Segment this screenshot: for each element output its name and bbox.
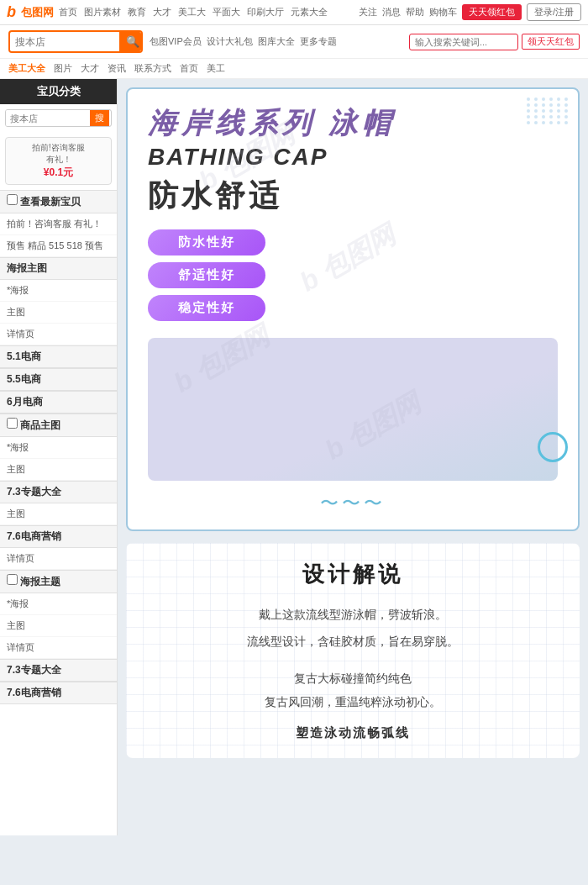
sidebar-item-7[interactable]: 主图 [0, 459, 117, 481]
product-image-area [148, 338, 558, 481]
feature-tags-list: 防水性好 舒适性好 稳定性好 [148, 229, 265, 321]
product-title-en: BATHING CAP [148, 140, 558, 173]
sidebar-search-button[interactable]: 搜 [90, 110, 109, 126]
product-banner-card: b 包图网 b 包图网 b 包图网 b 包图网 海岸线系列 泳帽 BATHING… [126, 87, 580, 531]
sidebar-section-10: 7.3专题大全 [0, 659, 117, 682]
watermark-2: b 包图网 [293, 217, 402, 301]
design-para-2: 流线型设计，含硅胶材质，旨在易穿脱。 [146, 630, 559, 653]
sidebar-section-11: 7.6电商营销 [0, 682, 117, 704]
sidebar-item-10[interactable]: *海报 [0, 593, 117, 615]
nav-links: 首页 图片素材 教育 大才 美工大 平面大 印刷大厅 元素大全 [59, 6, 328, 18]
sidebar-section-8: 7.6电商营销 [0, 525, 117, 548]
content-area: b 包图网 b 包图网 b 包图网 b 包图网 海岸线系列 泳帽 BATHING… [118, 79, 588, 835]
product-subtitle-zh: 防水舒适 [148, 176, 558, 216]
section-checkbox-3[interactable] [7, 574, 18, 585]
product-title-zh: 海岸线系列 泳帽 [148, 106, 558, 140]
promo-item-4[interactable]: 资讯 [108, 62, 126, 75]
design-para-1: 戴上这款流线型游泳帽，劈波斩浪。 [146, 603, 559, 626]
nav-link-7[interactable]: 元素大全 [291, 6, 328, 18]
sidebar-item-2[interactable]: 预售 精品 515 518 预售 [0, 235, 117, 257]
sidebar-section-9: 海报主题 [0, 570, 117, 593]
nav-link-3[interactable]: 大才 [153, 6, 171, 18]
design-paragraphs: 戴上这款流线型游泳帽，劈波斩浪。 流线型设计，含硅胶材质，旨在易穿脱。 [146, 603, 559, 653]
sidebar-section-6: 商品主图 [0, 414, 117, 437]
circle-decoration [538, 432, 568, 462]
top-navigation: b 包图网 首页 图片素材 教育 大才 美工大 平面大 印刷大厅 元素大全 关注… [0, 0, 588, 25]
sidebar-search: 搜 [0, 104, 117, 132]
sidebar-search-input[interactable] [6, 110, 90, 126]
design-description-section: 设计解说 戴上这款流线型游泳帽，劈波斩浪。 流线型设计，含硅胶材质，旨在易穿脱。… [126, 543, 580, 758]
nav-link-home[interactable]: 首页 [59, 6, 77, 18]
promo-item-7[interactable]: 美工 [207, 62, 225, 75]
sidebar-item-11[interactable]: 主图 [0, 615, 117, 637]
nav-cart[interactable]: 购物车 [429, 6, 457, 18]
sidebar-item-9[interactable]: 详情页 [0, 548, 117, 570]
logo-name: 包图网 [21, 5, 54, 20]
sidebar-promo-card[interactable]: 拍前!咨询客服 有礼！ ¥0.1元 [5, 137, 112, 185]
feature-tag-1: 防水性好 [148, 229, 265, 255]
search-input[interactable] [10, 34, 119, 50]
nav-link-6[interactable]: 印刷大厅 [247, 6, 284, 18]
nav-right: 关注 消息 帮助 购物车 天天领红包 登录/注册 [359, 3, 581, 21]
logo-symbol: b [7, 3, 16, 21]
feature-tag-2: 舒适性好 [148, 262, 265, 288]
nav-link-5[interactable]: 平面大 [213, 6, 240, 18]
promo-card-price: ¥0.1元 [10, 166, 107, 180]
search-bar-row: 🔍 包图VIP会员 设计大礼包 图库大全 更多专题 领天天红包 [0, 25, 588, 59]
sidebar-section-3: 5.1电商 [0, 345, 117, 368]
sidebar-section-7: 7.3专题大全 [0, 481, 117, 503]
nav-left: b 包图网 首页 图片素材 教育 大才 美工大 平面大 印刷大厅 元素大全 [7, 3, 328, 21]
promo-navigation: 美工大全 图片 大才 资讯 联系方式 首页 美工 [0, 59, 588, 79]
design-highlight-1: 复古大标碰撞简约纯色 [146, 666, 559, 690]
main-layout: 宝贝分类 搜 拍前!咨询客服 有礼！ ¥0.1元 查看最新宝贝 拍前！咨询客服 … [0, 79, 588, 835]
sidebar-item-12[interactable]: 详情页 [0, 637, 117, 659]
dot-pattern-decoration [527, 97, 570, 124]
section-checkbox-2[interactable] [7, 418, 18, 429]
design-section-title: 设计解说 [146, 560, 559, 589]
promo-card-sublabel: 有礼！ [10, 154, 107, 166]
sidebar-item-3[interactable]: *海报 [0, 280, 117, 302]
wave-decoration: 〜〜〜 [148, 491, 558, 516]
nav-link-2[interactable]: 教育 [128, 6, 146, 18]
sidebar: 宝贝分类 搜 拍前!咨询客服 有礼！ ¥0.1元 查看最新宝贝 拍前！咨询客服 … [0, 79, 118, 835]
promo-card-label: 拍前!咨询客服 [10, 142, 107, 154]
sidebar-item-6[interactable]: *海报 [0, 437, 117, 459]
promo-label[interactable]: 领天天红包 [522, 34, 580, 50]
sidebar-item-4[interactable]: 主图 [0, 302, 117, 324]
sidebar-section-header: 查看最新宝贝 [0, 190, 117, 213]
sidebar-section-2: 海报主图 [0, 257, 117, 280]
red-coupon-button[interactable]: 天天领红包 [462, 4, 522, 20]
promo-item-5[interactable]: 联系方式 [134, 62, 171, 75]
design-spacer [146, 656, 559, 666]
search-tag-1[interactable]: 包图VIP会员 [150, 35, 202, 48]
sidebar-section-4: 5.5电商 [0, 368, 117, 391]
sidebar-item-5[interactable]: 详情页 [0, 324, 117, 345]
search-input-wrap: 🔍 [8, 30, 143, 53]
promo-item-2[interactable]: 图片 [54, 62, 72, 75]
nav-link-4[interactable]: 美工大 [178, 6, 206, 18]
design-highlights: 复古大标碰撞简约纯色 复古风回潮，重温纯粹泳动初心。 [146, 666, 559, 714]
sidebar-item-8[interactable]: 主图 [0, 503, 117, 525]
sidebar-item-1[interactable]: 拍前！咨询客服 有礼！ [0, 213, 117, 235]
design-sub-title: 塑造泳动流畅弧线 [146, 725, 559, 741]
promo-item-3[interactable]: 大才 [81, 62, 99, 75]
search-tags: 包图VIP会员 设计大礼包 图库大全 更多专题 [150, 35, 337, 48]
nav-follow[interactable]: 关注 [359, 6, 377, 18]
search-tag-3[interactable]: 图库大全 [258, 35, 295, 48]
promo-item-6[interactable]: 首页 [180, 62, 198, 75]
search-tag-4[interactable]: 更多专题 [300, 35, 337, 48]
nav-link-1[interactable]: 图片素材 [84, 6, 121, 18]
design-highlight-2: 复古风回潮，重温纯粹泳动初心。 [146, 690, 559, 714]
search-promo-input: 领天天红包 [409, 34, 580, 50]
nav-help[interactable]: 帮助 [406, 6, 424, 18]
search-button[interactable]: 🔍 [119, 32, 143, 51]
search-tag-2[interactable]: 设计大礼包 [207, 35, 253, 48]
sidebar-title: 宝贝分类 [0, 79, 117, 104]
login-button[interactable]: 登录/注册 [527, 3, 581, 21]
feature-tag-3: 稳定性好 [148, 295, 265, 321]
promo-item-1[interactable]: 美工大全 [8, 62, 45, 75]
promo-search-input[interactable] [409, 34, 518, 50]
nav-message[interactable]: 消息 [382, 6, 401, 18]
sidebar-section-5: 6月电商 [0, 391, 117, 414]
section-checkbox[interactable] [7, 194, 18, 205]
